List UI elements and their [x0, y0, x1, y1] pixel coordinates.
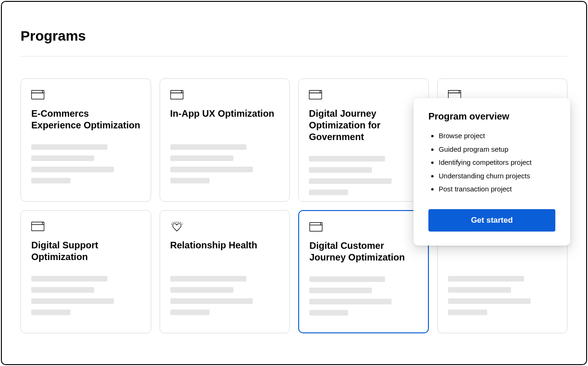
window-icon: [309, 222, 322, 232]
window-icon: [31, 222, 44, 231]
program-card-relationship-health[interactable]: Relationship Health: [160, 210, 290, 333]
skeleton-placeholder: [448, 276, 557, 315]
popover-item: Post transaction project: [439, 183, 555, 196]
svg-point-19: [180, 222, 181, 223]
svg-point-21: [182, 224, 182, 225]
program-card-digital-support[interactable]: Digital Support Optimization: [21, 210, 151, 333]
skeleton-placeholder: [31, 276, 140, 315]
popover-title: Program overview: [428, 111, 555, 122]
program-card-title: E-Commercs Experience Optimization: [31, 108, 140, 131]
svg-point-17: [176, 222, 177, 222]
svg-point-16: [175, 222, 175, 223]
window-icon: [309, 90, 322, 99]
svg-point-20: [171, 224, 172, 225]
skeleton-placeholder: [309, 276, 418, 316]
app-frame: Programs E-Commercs Experience Optimizat…: [1, 1, 587, 365]
skeleton-placeholder: [170, 144, 280, 183]
title-divider: [21, 56, 567, 56]
skeleton-placeholder: [170, 276, 280, 315]
svg-point-15: [173, 222, 174, 223]
heart-icon: [170, 222, 183, 231]
program-overview-popover: Program overview Browse project Guided p…: [413, 98, 570, 246]
program-card-government[interactable]: Digital Journey Optimization for Governm…: [298, 78, 429, 202]
window-icon: [170, 90, 183, 99]
program-card-title: In-App UX Optimization: [170, 108, 280, 131]
page-title: Programs: [21, 28, 86, 44]
svg-point-18: [178, 222, 179, 223]
popover-item: Understanding churn projects: [439, 169, 555, 183]
popover-item: Identifying competitors project: [439, 156, 555, 169]
skeleton-placeholder: [309, 156, 418, 195]
program-card-title: Digital Journey Optimization for Governm…: [309, 108, 418, 143]
skeleton-placeholder: [31, 144, 140, 183]
program-card-title: Digital Support Optimization: [31, 239, 140, 263]
popover-item: Guided program setup: [439, 143, 555, 156]
program-card-ecommerce[interactable]: E-Commercs Experience Optimization: [21, 78, 151, 202]
program-card-digital-customer-journey[interactable]: Digital Customer Journey Optimization: [298, 210, 429, 333]
program-card-title: Relationship Health: [170, 239, 280, 263]
get-started-button[interactable]: Get started: [428, 209, 555, 232]
popover-list: Browse project Guided program setup Iden…: [428, 129, 555, 196]
window-icon: [31, 90, 44, 99]
popover-item: Browse project: [439, 129, 555, 143]
program-card-title: Digital Customer Journey Optimization: [309, 240, 418, 263]
program-card-inapp-ux[interactable]: In-App UX Optimization: [160, 78, 290, 202]
